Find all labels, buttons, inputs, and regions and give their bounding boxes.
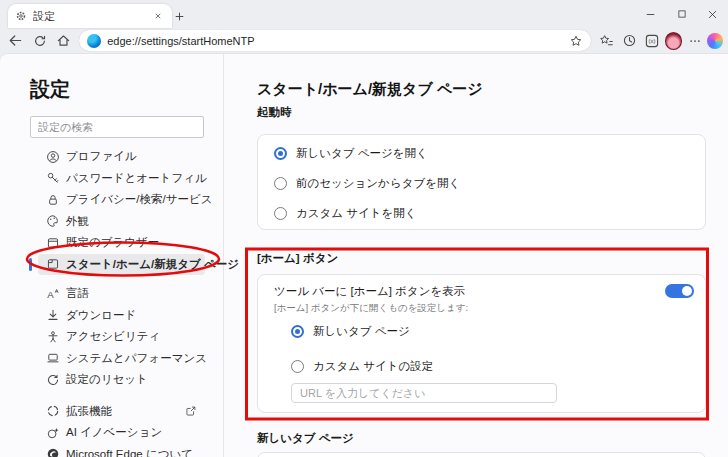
favorites-hub-icon[interactable]: [596, 30, 617, 51]
reload-icon[interactable]: [29, 30, 51, 52]
settings-sidebar: 設定 プロファイル パスワードとオートフィル プライバシー/検索/サービス 外観: [0, 54, 224, 457]
sidebar-item-downloads[interactable]: ダウンロード: [38, 305, 205, 327]
sidebar-item-label: Microsoft Edge について: [66, 447, 193, 457]
maximize-icon[interactable]: [666, 0, 697, 28]
browser-toolbar: edge://settings/startHomeNTP (x): [0, 28, 728, 53]
sidebar-item-privacy[interactable]: プライバシー/検索/サービス: [38, 189, 205, 211]
home-button-description: [ホーム] ボタンが下に開くものを設定します:: [274, 302, 468, 315]
edge-about-icon: [46, 447, 60, 457]
extension-box-icon[interactable]: (x): [642, 30, 663, 51]
system-icon: [46, 351, 60, 365]
radio-selected-icon[interactable]: [291, 325, 304, 338]
radio-label: 新しいタブ ページ: [313, 324, 410, 339]
sidebar-item-label: ダウンロード: [66, 308, 136, 323]
new-tab-section-heading: 新しいタブ ページ: [257, 431, 354, 446]
sidebar-heading: 設定: [30, 76, 70, 103]
tab-close-icon[interactable]: [151, 9, 165, 23]
settings-main: スタート/ホーム/新規タブ ページ 起動時 新しいタブ ページを開く 前のセッシ…: [257, 54, 708, 457]
sidebar-item-label: スタート/ホーム/新規タブ ページ: [66, 257, 239, 272]
back-icon[interactable]: [5, 30, 27, 52]
tab-title: 設定: [33, 9, 145, 24]
external-link-icon: [185, 405, 197, 417]
home-url-input[interactable]: [291, 383, 557, 403]
radio-home-new-tab[interactable]: 新しいタブ ページ: [291, 323, 410, 339]
sidebar-item-label: アクセシビリティ: [66, 329, 160, 344]
sidebar-item-label: 拡張機能: [66, 404, 112, 419]
settings-page: 設定 プロファイル パスワードとオートフィル プライバシー/検索/サービス 外観: [0, 53, 728, 457]
radio-open-new-tab[interactable]: 新しいタブ ページを開く: [274, 138, 689, 168]
svg-text:(x): (x): [649, 38, 656, 44]
sidebar-item-label: システムとパフォーマンス: [66, 351, 207, 366]
svg-text:A: A: [47, 289, 54, 300]
favorite-star-icon[interactable]: [569, 34, 583, 48]
new-tab-card: [257, 452, 706, 457]
tab-bar: 設定: [0, 0, 728, 28]
sidebar-item-label: 設定のリセット: [66, 372, 148, 387]
sidebar-item-label: パスワードとオートフィル: [66, 171, 207, 186]
sidebar-item-about-edge[interactable]: Microsoft Edge について: [38, 444, 205, 457]
home-icon[interactable]: [53, 30, 75, 52]
browser-tab-settings[interactable]: 設定: [8, 4, 172, 28]
radio-icon[interactable]: [274, 177, 287, 190]
gear-favicon-icon: [15, 10, 27, 22]
radio-icon[interactable]: [291, 360, 304, 373]
radio-icon[interactable]: [274, 207, 287, 220]
extensions-icon: [46, 404, 60, 418]
sidebar-item-accessibility[interactable]: アクセシビリティ: [38, 326, 205, 348]
radio-label: 新しいタブ ページを開く: [296, 146, 428, 161]
sidebar-item-reset-settings[interactable]: 設定のリセット: [38, 369, 205, 391]
window-controls: [635, 0, 728, 28]
radio-label: カスタム サイトの設定: [313, 359, 433, 374]
profile-avatar[interactable]: [665, 32, 683, 50]
tab-page-icon: [46, 257, 60, 271]
home-button-card: ツール バーに [ホーム] ボタンを表示 [ホーム] ボタンが下に開くものを設定…: [257, 274, 706, 413]
home-button-toggle[interactable]: [665, 284, 694, 298]
radio-label: カスタム サイトを開く: [296, 206, 417, 221]
sidebar-item-start-home-newtab[interactable]: スタート/ホーム/新規タブ ページ: [38, 254, 205, 276]
profile-icon: [46, 150, 60, 164]
sidebar-item-label: 既定のブラウザー: [66, 235, 159, 250]
sidebar-item-label: 言語: [66, 286, 89, 301]
sidebar-item-default-browser[interactable]: 既定のブラウザー: [38, 232, 205, 254]
history-icon[interactable]: [619, 30, 640, 51]
sidebar-item-ai-innovation[interactable]: AI イノベーション: [38, 422, 205, 444]
url-text[interactable]: edge://settings/startHomeNTP: [107, 35, 563, 47]
sidebar-item-appearance[interactable]: 外観: [38, 211, 205, 233]
sidebar-divider: [0, 391, 223, 401]
startup-section-heading: 起動時: [257, 105, 292, 120]
sidebar-item-label: プライバシー/検索/サービス: [66, 192, 213, 207]
minimize-icon[interactable]: [635, 0, 666, 28]
page-title: スタート/ホーム/新規タブ ページ: [257, 80, 483, 99]
reset-icon: [46, 373, 60, 387]
sidebar-item-passwords[interactable]: パスワードとオートフィル: [38, 168, 205, 190]
home-toggle-label: ツール バーに [ホーム] ボタンを表示: [274, 284, 465, 299]
radio-home-custom-site[interactable]: カスタム サイトの設定: [291, 358, 433, 374]
sidebar-item-label: 外観: [66, 214, 89, 229]
sidebar-item-extensions[interactable]: 拡張機能: [38, 401, 205, 423]
copilot-icon[interactable]: [707, 33, 723, 49]
sidebar-item-label: プロファイル: [66, 149, 137, 164]
ai-icon: [46, 426, 60, 440]
download-icon: [46, 308, 60, 322]
address-bar[interactable]: edge://settings/startHomeNTP: [79, 30, 591, 51]
radio-open-previous-session[interactable]: 前のセッションからタブを開く: [274, 168, 689, 198]
sidebar-item-label: AI イノベーション: [66, 425, 162, 440]
close-icon[interactable]: [697, 0, 728, 28]
radio-label: 前のセッションからタブを開く: [296, 176, 460, 191]
edge-site-icon: [87, 34, 101, 48]
radio-open-custom-sites[interactable]: カスタム サイトを開く: [274, 198, 689, 228]
home-button-section-heading: [ホーム] ボタン: [257, 251, 338, 266]
sidebar-item-languages[interactable]: A 言語: [38, 283, 205, 305]
more-menu-icon[interactable]: [684, 30, 705, 51]
language-icon: A: [46, 287, 60, 301]
sidebar-item-profile[interactable]: プロファイル: [38, 146, 205, 168]
appearance-icon: [46, 214, 60, 228]
sidebar-item-system-performance[interactable]: システムとパフォーマンス: [38, 348, 205, 370]
lock-icon: [46, 193, 60, 207]
key-icon: [46, 171, 60, 185]
radio-selected-icon[interactable]: [274, 147, 287, 160]
new-tab-button[interactable]: [170, 7, 188, 25]
startup-card: 新しいタブ ページを開く 前のセッションからタブを開く カスタム サイトを開く: [257, 134, 706, 230]
settings-search-input[interactable]: [30, 116, 204, 138]
accessibility-icon: [46, 330, 60, 344]
